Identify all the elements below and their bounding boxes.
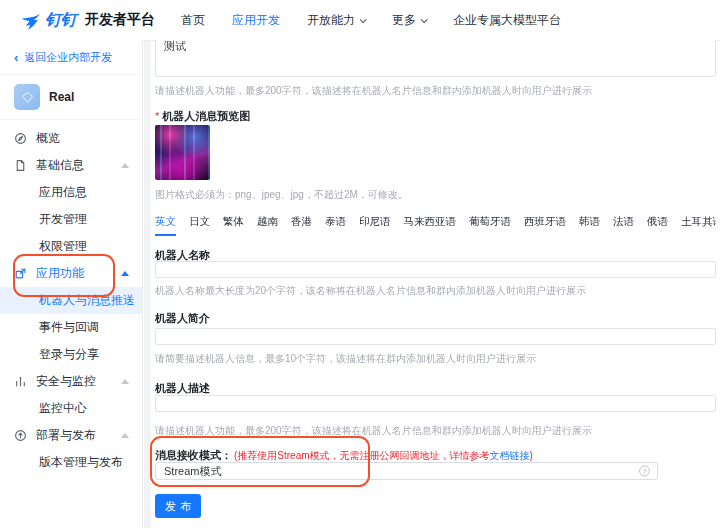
nav-more[interactable]: 更多: [392, 12, 426, 29]
robot-preview-image[interactable]: [155, 125, 210, 180]
deploy-icon: [14, 429, 27, 442]
question-circle-icon[interactable]: ?: [639, 466, 650, 477]
back-link-label: 返回企业内部开发: [24, 50, 112, 65]
sidebar-scrollbar[interactable]: [144, 41, 151, 528]
sidebar-item-app-features[interactable]: 应用功能: [0, 260, 142, 287]
sidebar-item-permission-management[interactable]: 权限管理: [0, 233, 142, 260]
collapse-icon[interactable]: [121, 379, 129, 384]
tab-english[interactable]: 英文: [155, 215, 176, 236]
top-navbar: 钉钉 开发者平台 首页 应用开发 开放能力 更多 企业专属大模型平台: [0, 0, 720, 40]
dingtalk-logo[interactable]: 钉钉 开发者平台: [20, 10, 155, 31]
sidebar-item-robot-message-push[interactable]: 机器人与消息推送: [0, 287, 142, 314]
dingtalk-bird-icon: [20, 10, 41, 31]
sidebar-menu: 概览 基础信息 应用信息 开发管理 权限管理 应用功能 机器人与消息推送 事件与…: [0, 120, 142, 476]
nav-enterprise-llm[interactable]: 企业专属大模型平台: [453, 12, 561, 29]
tab-hongkong[interactable]: 香港: [291, 215, 312, 236]
sidebar-item-monitoring-center[interactable]: 监控中心: [0, 395, 142, 422]
tab-vietnamese[interactable]: 越南: [257, 215, 278, 236]
basic-info-icon: [14, 159, 27, 172]
message-mode-note: (推荐使用Stream模式，无需注册公网回调地址，详情参考文档链接): [234, 449, 533, 463]
robot-desc-help: 请描述机器人功能，最多200字符，该描述将在机器人名片信息和群内添加机器人时向用…: [155, 424, 716, 438]
app-header: Real: [0, 75, 142, 120]
required-asterisk: *: [155, 110, 159, 122]
robot-desc-textarea[interactable]: [155, 395, 716, 412]
tab-portuguese[interactable]: 葡萄牙语: [469, 215, 511, 236]
tab-french[interactable]: 法语: [613, 215, 634, 236]
robot-function-textarea[interactable]: 测试: [155, 40, 716, 77]
platform-title: 开发者平台: [85, 11, 155, 29]
chevron-down-icon: [421, 16, 428, 23]
tab-korean[interactable]: 韩语: [579, 215, 600, 236]
robot-name-help: 机器人名称最大长度为20个字符，该名称将在机器人名片信息和群内添加机器人时向用户…: [155, 284, 716, 298]
dingtalk-developer-platform: 钉钉 开发者平台 首页 应用开发 开放能力 更多 企业专属大模型平台 ‹ 返回企…: [0, 0, 720, 528]
tab-spanish[interactable]: 西班牙语: [524, 215, 566, 236]
sidebar-item-dev-management[interactable]: 开发管理: [0, 206, 142, 233]
sidebar-item-deploy-release[interactable]: 部署与发布: [0, 422, 142, 449]
tab-malay[interactable]: 马来西亚语: [404, 215, 457, 236]
nav-app-dev[interactable]: 应用开发: [232, 12, 280, 29]
collapse-icon[interactable]: [121, 271, 129, 276]
sidebar-item-overview[interactable]: 概览: [0, 125, 142, 152]
security-icon: [14, 375, 27, 388]
sidebar-item-login-share[interactable]: 登录与分享: [0, 341, 142, 368]
nav-open-capability[interactable]: 开放能力: [307, 12, 365, 29]
robot-name-input[interactable]: [155, 261, 716, 278]
app-avatar: [14, 84, 40, 110]
robot-config-form: 测试 请描述机器人功能，最多200字符，该描述将在机器人名片信息和群内添加机器人…: [155, 40, 716, 528]
logo-text: 钉钉: [45, 10, 76, 31]
preview-image-label: *机器人消息预览图: [155, 109, 716, 124]
language-tabs: 英文 日文 繁体 越南 香港 泰语 印尼语 马来西亚语 葡萄牙语 西班牙语 韩语…: [155, 212, 716, 236]
robot-brief-help: 请简要描述机器人信息，最多10个字符，该描述将在群内添加机器人时向用户进行展示: [155, 352, 716, 366]
message-mode-select[interactable]: Stream模式 ?: [155, 462, 658, 480]
collapse-icon[interactable]: [121, 163, 129, 168]
back-to-internal-dev-link[interactable]: ‹ 返回企业内部开发: [0, 40, 142, 75]
robot-desc-label: 机器人描述: [155, 381, 716, 396]
back-arrow-icon: ‹: [14, 53, 18, 63]
tab-traditional[interactable]: 繁体: [223, 215, 244, 236]
app-logo-icon: [20, 90, 35, 105]
sidebar-item-events-callbacks[interactable]: 事件与回调: [0, 314, 142, 341]
app-name: Real: [49, 90, 74, 104]
tab-indonesian[interactable]: 印尼语: [359, 215, 391, 236]
publish-button[interactable]: 发布: [155, 494, 201, 518]
tab-thai[interactable]: 泰语: [325, 215, 346, 236]
main-nav: 首页 应用开发 开放能力 更多 企业专属大模型平台: [181, 12, 561, 29]
tab-japanese[interactable]: 日文: [189, 215, 210, 236]
message-mode-value: Stream模式: [164, 464, 221, 479]
sidebar-item-app-info[interactable]: 应用信息: [0, 179, 142, 206]
overview-icon: [14, 132, 27, 145]
doc-link[interactable]: 文档链接: [490, 450, 530, 461]
sidebar: ‹ 返回企业内部开发 Real 概览 基础信息 应用信息 开发管理 权限管理: [0, 40, 143, 528]
tab-turkish[interactable]: 土耳其语: [681, 215, 716, 236]
message-mode-row: 消息接收模式： (推荐使用Stream模式，无需注册公网回调地址，详情参考文档链…: [155, 448, 716, 463]
robot-brief-input[interactable]: [155, 328, 716, 345]
sidebar-item-basic-info[interactable]: 基础信息: [0, 152, 142, 179]
chevron-down-icon: [360, 16, 367, 23]
collapse-icon[interactable]: [121, 433, 129, 438]
app-feature-icon: [14, 267, 27, 280]
image-format-note: 图片格式必须为：png、jpeg、jpg，不超过2M，可修改。: [155, 188, 716, 202]
sidebar-item-version-management[interactable]: 版本管理与发布: [0, 449, 142, 476]
message-mode-label: 消息接收模式：: [155, 448, 232, 463]
robot-function-help: 请描述机器人功能，最多200字符，该描述将在机器人名片信息和群内添加机器人时向用…: [155, 84, 716, 98]
tab-russian[interactable]: 俄语: [647, 215, 668, 236]
sidebar-item-security-monitoring[interactable]: 安全与监控: [0, 368, 142, 395]
nav-home[interactable]: 首页: [181, 12, 205, 29]
robot-brief-label: 机器人简介: [155, 311, 716, 326]
